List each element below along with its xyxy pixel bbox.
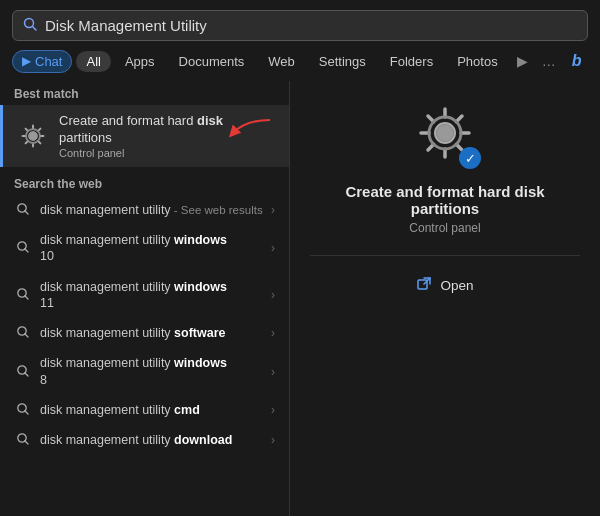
tab-all[interactable]: All (76, 51, 110, 72)
tab-photos[interactable]: Photos (447, 51, 507, 72)
search-web-icon (14, 432, 30, 448)
svg-point-22 (437, 125, 453, 141)
search-web-icon (14, 287, 30, 303)
right-panel-title: Create and format hard disk partitions (310, 183, 580, 217)
search-web-icon (14, 402, 30, 418)
list-item[interactable]: disk management utility - See web result… (0, 195, 289, 225)
divider (310, 255, 580, 256)
copilot-icon: ▶ (22, 54, 31, 68)
list-item[interactable]: disk management utility download › (0, 425, 289, 455)
chevron-right-icon: › (271, 326, 275, 340)
svg-line-19 (24, 441, 27, 444)
svg-line-7 (24, 211, 27, 214)
svg-line-13 (24, 334, 27, 337)
tabs-arrow[interactable]: ▶ (512, 50, 533, 72)
list-item[interactable]: disk management utility windows11 › (0, 272, 289, 319)
left-panel: Best match Create and format hard disk p… (0, 81, 290, 516)
chevron-right-icon: › (271, 203, 275, 217)
search-bar (12, 10, 588, 41)
best-match-label: Best match (0, 81, 289, 105)
best-match-item[interactable]: Create and format hard disk partitions C… (0, 105, 289, 167)
chevron-right-icon: › (271, 433, 275, 447)
checkmark-badge: ✓ (459, 147, 481, 169)
tab-settings[interactable]: Settings (309, 51, 376, 72)
open-button[interactable]: Open (416, 272, 473, 299)
svg-line-1 (33, 27, 37, 31)
chevron-right-icon: › (271, 241, 275, 255)
search-web-icon (14, 325, 30, 341)
main-content: Best match Create and format hard disk p… (0, 81, 600, 516)
search-input[interactable] (45, 17, 577, 34)
list-item[interactable]: disk management utility windows10 › (0, 225, 289, 272)
best-match-app-icon (17, 120, 49, 152)
tab-documents[interactable]: Documents (169, 51, 255, 72)
list-item[interactable]: disk management utility windows8 › (0, 348, 289, 395)
svg-line-17 (24, 411, 27, 414)
bing-icon: b (567, 49, 587, 73)
chevron-right-icon: › (271, 365, 275, 379)
web-section-label: Search the web (0, 171, 289, 195)
svg-line-9 (24, 249, 27, 252)
tab-apps[interactable]: Apps (115, 51, 165, 72)
list-item[interactable]: disk management utility software › (0, 318, 289, 348)
chevron-right-icon: › (271, 288, 275, 302)
tab-chat[interactable]: ▶ Chat (12, 50, 72, 73)
svg-line-11 (24, 296, 27, 299)
web-search-section: Search the web disk management utility -… (0, 167, 289, 456)
search-web-icon (14, 364, 30, 380)
arrow-annotation (215, 115, 275, 147)
right-panel: ✓ Create and format hard disk partitions… (290, 81, 600, 516)
filter-tabs: ▶ Chat All Apps Documents Web Settings F… (0, 49, 600, 73)
list-item[interactable]: disk management utility cmd › (0, 395, 289, 425)
tab-folders[interactable]: Folders (380, 51, 443, 72)
app-icon-area: ✓ (413, 101, 477, 169)
search-web-icon (14, 202, 30, 218)
open-label: Open (440, 278, 473, 293)
open-external-icon (416, 276, 432, 295)
right-panel-subtitle: Control panel (409, 221, 480, 235)
search-web-icon (14, 240, 30, 256)
svg-point-4 (30, 132, 37, 139)
tab-web[interactable]: Web (258, 51, 305, 72)
search-icon (23, 17, 37, 34)
chevron-right-icon: › (271, 403, 275, 417)
tabs-more[interactable]: … (537, 50, 563, 72)
svg-line-15 (24, 372, 27, 375)
